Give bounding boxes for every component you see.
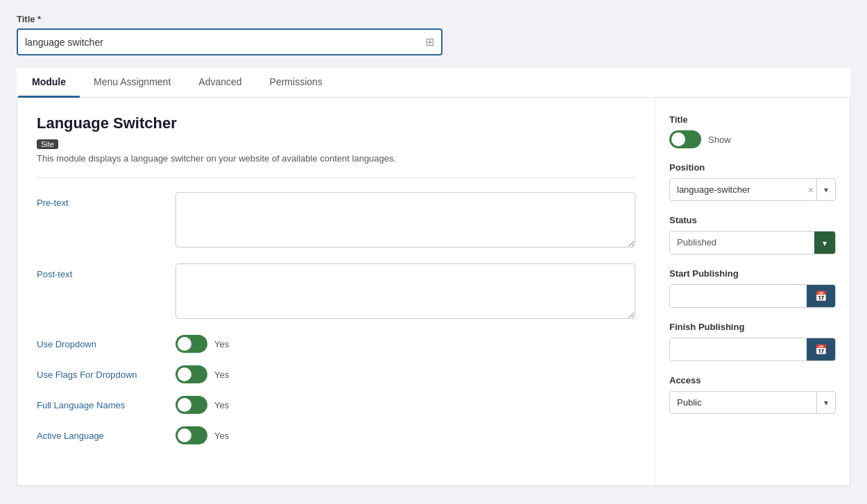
pre-text-label: Pre-text xyxy=(37,192,175,208)
pre-text-row: Pre-text xyxy=(37,192,635,250)
use-flags-row: Use Flags For Dropdown Yes xyxy=(37,365,635,383)
active-language-slider xyxy=(175,426,207,444)
position-chevron-icon: ▾ xyxy=(824,185,828,195)
full-language-names-toggle[interactable] xyxy=(175,396,207,414)
status-chevron-icon: ▾ xyxy=(823,238,827,248)
use-dropdown-toggle-wrap: Yes xyxy=(175,335,229,353)
full-language-names-toggle-wrap: Yes xyxy=(175,396,229,414)
status-field-group: Status Published ▾ xyxy=(669,215,836,254)
position-value: language-switcher xyxy=(670,179,805,200)
start-publishing-field-group: Start Publishing 📅 xyxy=(669,268,836,308)
start-publishing-calendar-button[interactable]: 📅 xyxy=(807,285,835,307)
status-value: Published xyxy=(670,232,814,254)
use-dropdown-slider xyxy=(175,335,207,353)
title-field-wrap: ⊞ xyxy=(17,28,443,55)
title-toggle-wrap: Show xyxy=(669,130,836,148)
start-publishing-input[interactable] xyxy=(670,286,807,307)
page-container: Title * ⊞ Module Menu Assignment Advance… xyxy=(0,0,867,504)
active-language-label: Active Language xyxy=(37,431,175,441)
status-wrap: Published ▾ xyxy=(669,231,836,254)
tab-menu-assignment[interactable]: Menu Assignment xyxy=(80,68,184,98)
active-language-toggle-wrap: Yes xyxy=(175,426,229,444)
tab-module[interactable]: Module xyxy=(18,68,80,98)
full-language-names-row: Full Language Names Yes xyxy=(37,396,635,414)
full-language-names-slider xyxy=(175,396,207,414)
finish-publishing-wrap: 📅 xyxy=(669,338,836,361)
position-select-wrap: language-switcher × ▾ xyxy=(669,178,836,201)
title-right-label: Title xyxy=(669,114,836,125)
access-dropdown-button[interactable]: ▾ xyxy=(816,392,835,413)
use-dropdown-row: Use Dropdown Yes xyxy=(37,335,635,353)
title-show-slider xyxy=(669,130,701,148)
post-text-row: Post-text xyxy=(37,263,635,321)
module-title: Language Switcher xyxy=(37,114,635,132)
tabs-bar: Module Menu Assignment Advanced Permissi… xyxy=(17,68,850,98)
title-format-icon: ⊞ xyxy=(425,35,434,49)
finish-publishing-calendar-button[interactable]: 📅 xyxy=(807,338,835,360)
status-dropdown-button[interactable]: ▾ xyxy=(814,232,835,254)
start-publishing-label: Start Publishing xyxy=(669,268,836,279)
title-field-label: Title * xyxy=(17,14,850,24)
start-publishing-calendar-icon: 📅 xyxy=(815,290,827,302)
access-chevron-icon: ▾ xyxy=(824,398,828,408)
post-text-control xyxy=(175,263,635,321)
full-language-names-yes: Yes xyxy=(214,400,229,410)
status-label: Status xyxy=(669,215,836,225)
post-text-label: Post-text xyxy=(37,263,175,279)
access-label: Access xyxy=(669,375,836,385)
pre-text-input[interactable] xyxy=(175,192,635,247)
finish-publishing-field-group: Finish Publishing 📅 xyxy=(669,322,836,361)
divider xyxy=(37,177,635,178)
title-field-group: Title Show xyxy=(669,114,836,148)
active-language-yes: Yes xyxy=(214,431,229,441)
title-input[interactable] xyxy=(25,37,425,48)
use-flags-toggle-wrap: Yes xyxy=(175,365,229,383)
finish-publishing-input[interactable] xyxy=(670,339,807,360)
use-flags-yes: Yes xyxy=(214,370,229,380)
use-flags-slider xyxy=(175,365,207,383)
pre-text-control xyxy=(175,192,635,250)
start-publishing-wrap: 📅 xyxy=(669,284,836,308)
main-panel: Language Switcher Site This module displ… xyxy=(17,98,850,486)
title-show-toggle[interactable] xyxy=(669,130,701,148)
use-dropdown-label: Use Dropdown xyxy=(37,339,175,349)
position-field-group: Position language-switcher × ▾ xyxy=(669,162,836,201)
access-field-group: Access Public ▾ xyxy=(669,375,836,414)
active-language-toggle[interactable] xyxy=(175,426,207,444)
use-dropdown-toggle[interactable] xyxy=(175,335,207,353)
tab-permissions[interactable]: Permissions xyxy=(256,68,336,98)
use-flags-label: Use Flags For Dropdown xyxy=(37,370,175,380)
module-description: This module displays a language switcher… xyxy=(37,153,635,164)
post-text-input[interactable] xyxy=(175,263,635,319)
right-panel: Title Show Position language-switcher × … xyxy=(655,98,850,485)
position-label: Position xyxy=(669,162,836,173)
use-dropdown-yes: Yes xyxy=(214,339,229,349)
title-show-label: Show xyxy=(708,134,731,145)
full-language-names-label: Full Language Names xyxy=(37,400,175,410)
access-select-wrap: Public ▾ xyxy=(669,391,836,414)
position-dropdown-button[interactable]: ▾ xyxy=(816,179,835,200)
use-flags-toggle[interactable] xyxy=(175,365,207,383)
tab-advanced[interactable]: Advanced xyxy=(184,68,255,98)
position-clear-button[interactable]: × xyxy=(805,184,816,195)
access-value: Public xyxy=(670,392,816,413)
finish-publishing-label: Finish Publishing xyxy=(669,322,836,332)
active-language-row: Active Language Yes xyxy=(37,426,635,444)
finish-publishing-calendar-icon: 📅 xyxy=(815,344,827,355)
left-panel: Language Switcher Site This module displ… xyxy=(17,98,655,485)
site-badge: Site xyxy=(37,139,58,149)
